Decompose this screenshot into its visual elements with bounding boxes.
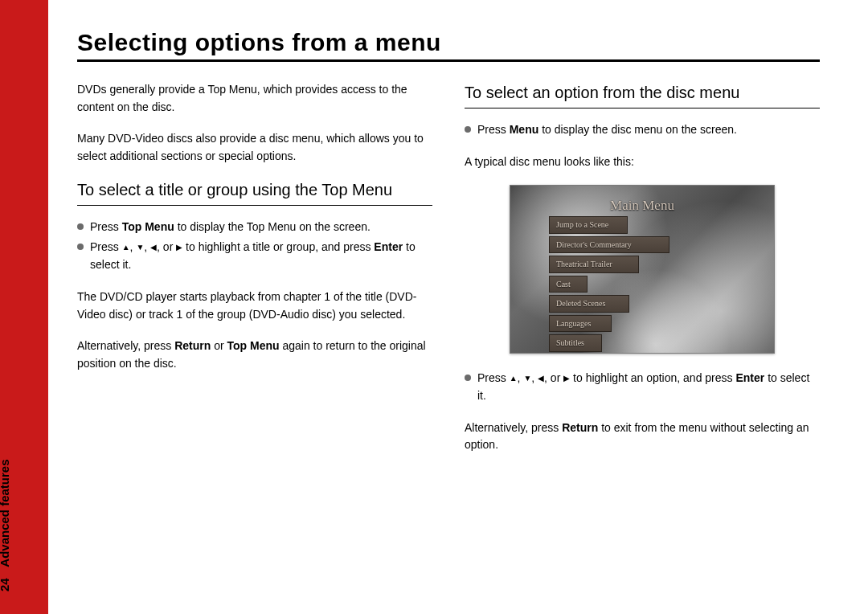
right-arrow-icon: ▶: [176, 241, 182, 254]
up-arrow-icon: ▲: [122, 241, 130, 254]
subheading-rule: [77, 205, 432, 206]
text: or: [211, 339, 227, 352]
bold-text: Return: [174, 339, 211, 352]
up-arrow-icon: ▲: [510, 372, 518, 385]
page-title: Selecting options from a menu: [77, 29, 820, 56]
text: ,: [518, 371, 524, 384]
intro-paragraph-1: DVDs generally provide a Top Menu, which…: [77, 81, 432, 116]
right-bullet-1-text: Press Menu to display the disc menu on t…: [477, 121, 820, 139]
title-rule: [77, 59, 820, 62]
bold-text: Menu: [510, 123, 539, 136]
bold-text: Enter: [374, 240, 403, 253]
text: Alternatively, press: [77, 339, 174, 352]
page: 24 Advanced features Selecting options f…: [0, 0, 868, 614]
left-paragraph-3: The DVD/CD player starts playback from c…: [77, 289, 432, 323]
bold-text: Top Menu: [227, 339, 279, 352]
text: to highlight a title or group, and press: [182, 240, 374, 253]
disc-menu-item: Cast: [549, 276, 588, 293]
bullet-icon: [77, 244, 84, 250]
title-block: Selecting options from a menu: [77, 29, 820, 62]
left-subheading: To select a title or group using the Top…: [77, 180, 432, 200]
text: Alternatively, press: [465, 421, 562, 434]
text: to display the Top Menu on the screen.: [174, 220, 371, 233]
bold-text: Return: [562, 421, 598, 434]
bullet-icon: [465, 375, 471, 381]
disc-menu-item: Languages: [549, 315, 612, 333]
left-arrow-icon: ◀: [150, 241, 157, 254]
left-column: DVDs generally provide a Top Menu, which…: [77, 81, 432, 469]
text: ,: [531, 371, 538, 384]
intro-paragraph-2: Many DVD-Video discs also provide a disc…: [77, 130, 432, 165]
right-arrow-icon: ▶: [563, 372, 570, 385]
left-bullet-1: Press Top Menu to display the Top Menu o…: [77, 219, 432, 236]
text: Press: [477, 371, 510, 384]
down-arrow-icon: ▼: [523, 372, 531, 385]
left-bullet-1-text: Press Top Menu to display the Top Menu o…: [90, 219, 432, 236]
right-column: To select an option from the disc menu P…: [465, 81, 820, 469]
sidebar-label: 24 Advanced features: [0, 459, 11, 591]
left-paragraph-4: Alternatively, press Return or Top Menu …: [77, 338, 432, 372]
disc-menu-item: Deleted Scenes: [549, 295, 629, 313]
text: ,: [130, 240, 137, 253]
text: to display the disc menu on the screen.: [538, 123, 737, 136]
right-paragraph-4: Alternatively, press Return to exit from…: [465, 420, 820, 454]
right-bullet-1: Press Menu to display the disc menu on t…: [465, 121, 820, 139]
disc-menu-item: Jump to a Scene: [549, 216, 628, 234]
disc-menu-title: Main Menu: [510, 195, 774, 216]
right-bullet-group-2: Press ▲, ▼, ◀, or ▶ to highlight an opti…: [465, 370, 820, 404]
text: , or: [157, 240, 176, 253]
disc-menu-list: Jump to a Scene Director's Commentary Th…: [549, 216, 682, 354]
section-name: Advanced features: [0, 459, 11, 567]
columns: DVDs generally provide a Top Menu, which…: [77, 81, 820, 469]
disc-menu-item: Theatrical Trailer: [549, 256, 639, 273]
text: to highlight an option, and press: [570, 371, 735, 384]
bold-text: Top Menu: [122, 220, 174, 233]
right-subheading: To select an option from the disc menu: [465, 83, 820, 103]
right-bullet-3: Press ▲, ▼, ◀, or ▶ to highlight an opti…: [465, 370, 820, 404]
disc-menu-item: Director's Commentary: [549, 236, 669, 254]
down-arrow-icon: ▼: [136, 241, 144, 254]
page-number: 24: [0, 578, 11, 591]
text: , or: [544, 371, 563, 384]
subheading-rule: [465, 108, 820, 108]
disc-menu-screenshot: Main Menu Jump to a Scene Director's Com…: [510, 185, 775, 354]
bold-text: Enter: [735, 371, 764, 384]
text: Press: [90, 220, 122, 233]
text: ,: [144, 240, 150, 253]
left-bullet-2-text: Press ▲, ▼, ◀, or ▶ to highlight a title…: [90, 239, 432, 273]
left-bullet-group: Press Top Menu to display the Top Menu o…: [77, 219, 432, 274]
content-area: Selecting options from a menu DVDs gener…: [77, 29, 820, 469]
text: Press: [90, 240, 122, 253]
disc-menu-item: Subtitles: [549, 334, 602, 352]
left-bullet-2: Press ▲, ▼, ◀, or ▶ to highlight a title…: [77, 239, 432, 273]
right-bullet-3-text: Press ▲, ▼, ◀, or ▶ to highlight an opti…: [477, 370, 820, 404]
right-paragraph-2: A typical disc menu looks like this:: [465, 154, 820, 171]
bullet-icon: [77, 223, 84, 230]
text: Press: [477, 123, 510, 136]
left-arrow-icon: ◀: [538, 372, 544, 385]
right-bullet-group-1: Press Menu to display the disc menu on t…: [465, 121, 820, 139]
bullet-icon: [465, 126, 471, 133]
